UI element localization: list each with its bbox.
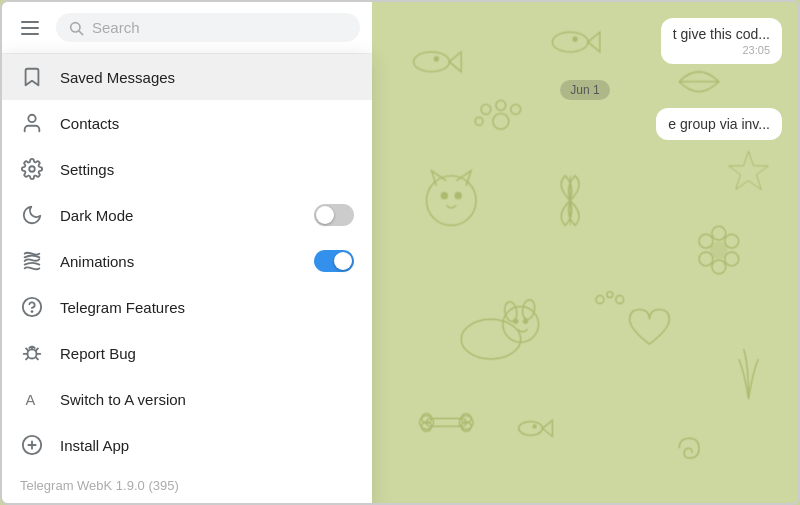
moon-icon [20,203,44,227]
animations-label: Animations [60,253,298,270]
menu-item-report-bug[interactable]: Report Bug [2,330,372,376]
menu-item-switch-version[interactable]: A Switch to A version [2,376,372,422]
hamburger-line-3 [21,33,39,35]
animations-icon [20,249,44,273]
question-icon [20,295,44,319]
menu-item-saved-messages[interactable]: Saved Messages [2,54,372,100]
letter-a-icon: A [20,387,44,411]
hamburger-line-1 [21,21,39,23]
date-badge: Jun 1 [560,80,609,100]
menu-item-telegram-features[interactable]: Telegram Features [2,284,372,330]
dark-mode-toggle-thumb [316,206,334,224]
report-bug-label: Report Bug [60,345,354,362]
chat-message-1-time: 23:05 [673,44,770,56]
chat-messages: t give this cod... 23:05 Jun 1 e group v… [372,2,798,503]
svg-text:A: A [26,392,36,408]
menu-item-animations[interactable]: Animations [2,238,372,284]
version-text: Telegram WebK 1.9.0 (395) [20,478,179,493]
dark-mode-toggle-track [314,204,354,226]
animations-toggle-track [314,250,354,272]
hamburger-line-2 [21,27,39,29]
search-placeholder: Search [92,19,140,36]
dark-mode-label: Dark Mode [60,207,298,224]
chat-message-2: e group via inv... [656,108,782,140]
top-bar: Search [2,2,372,54]
menu-item-contacts[interactable]: Contacts [2,100,372,146]
chat-message-2-text: e group via inv... [668,116,770,132]
contacts-label: Contacts [60,115,354,132]
settings-label: Settings [60,161,354,178]
chat-message-1-text: t give this cod... [673,26,770,42]
menu-item-settings[interactable]: Settings [2,146,372,192]
menu-item-dark-mode[interactable]: Dark Mode [2,192,372,238]
app-container: Search Saved Messages [0,0,800,505]
svg-point-43 [29,166,35,172]
chat-message-1: t give this cod... 23:05 [661,18,782,64]
version-footer: Telegram WebK 1.9.0 (395) [2,468,372,505]
dark-mode-toggle[interactable] [314,204,354,226]
person-icon [20,111,44,135]
bug-icon [20,341,44,365]
telegram-features-label: Telegram Features [60,299,354,316]
left-panel: Search Saved Messages [2,2,372,505]
menu-item-install-app[interactable]: Install App [2,422,372,468]
gear-icon [20,157,44,181]
saved-messages-label: Saved Messages [60,69,354,86]
svg-point-42 [28,115,35,122]
search-icon [68,20,84,36]
svg-line-41 [79,31,83,35]
plus-circle-icon [20,433,44,457]
dropdown-menu: Saved Messages Contacts [2,54,372,505]
search-bar[interactable]: Search [56,13,360,42]
animations-toggle[interactable] [314,250,354,272]
switch-version-label: Switch to A version [60,391,354,408]
svg-point-46 [27,349,36,358]
animations-toggle-thumb [334,252,352,270]
bookmark-icon [20,65,44,89]
hamburger-button[interactable] [14,12,46,44]
install-app-label: Install App [60,437,354,454]
